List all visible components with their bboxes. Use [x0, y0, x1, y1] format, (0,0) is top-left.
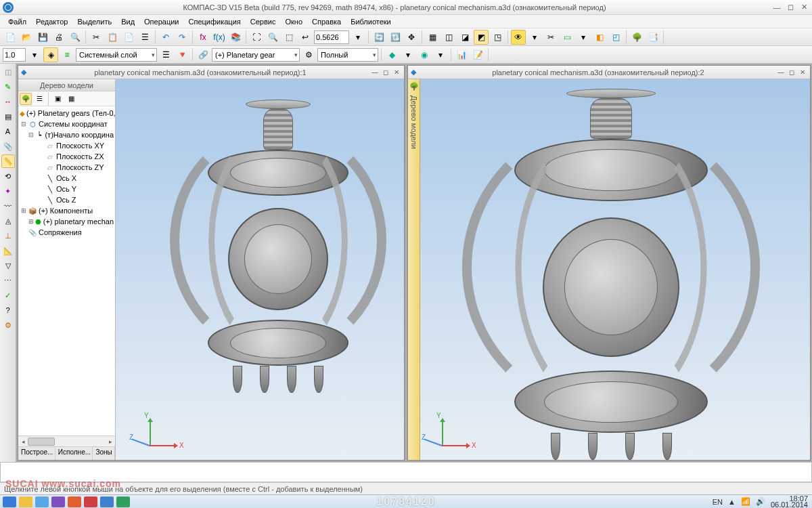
tree-axis-z[interactable]: ╲Ось Z [18, 194, 115, 205]
filter-icon[interactable]: ▽ [1, 259, 15, 272]
cut-icon[interactable]: ✂ [89, 30, 104, 45]
tree-components[interactable]: ⊞📦(+) Компоненты [18, 205, 115, 216]
lang-indicator[interactable]: EN [713, 498, 723, 506]
zoom-in-icon[interactable]: 🔍 [265, 30, 280, 45]
shaded-edges-icon[interactable]: ◩ [474, 30, 489, 45]
doc-minimize-icon[interactable]: — [370, 68, 380, 77]
tree-origin[interactable]: ⊟┕(т)Начало координа [18, 129, 115, 140]
menu-help[interactable]: Справка [308, 16, 345, 27]
texture-icon[interactable]: ▾ [401, 47, 415, 62]
preview-icon[interactable]: 🔍 [68, 30, 83, 45]
query-icon[interactable]: ? [1, 303, 15, 317]
tree-tab-list-icon[interactable]: ☰ [33, 93, 45, 105]
curve-icon[interactable]: 〰 [1, 199, 15, 213]
taskbar-app-icon[interactable] [84, 496, 97, 507]
tree-tab-zones[interactable]: Зоны [93, 447, 115, 460]
taskbar-app-icon[interactable] [51, 496, 65, 507]
minimize-button[interactable]: — [771, 3, 782, 12]
zoom-input[interactable] [314, 30, 349, 44]
print-icon[interactable]: 🖨 [51, 30, 66, 45]
tree-tab-structure-icon[interactable]: 🌳 [20, 93, 32, 105]
hatch-icon[interactable]: ▤ [1, 110, 15, 123]
doc-close-icon[interactable]: ✕ [798, 68, 807, 77]
display-select[interactable]: Полный [317, 48, 378, 62]
close-button[interactable]: ✕ [798, 3, 809, 12]
lib-icon[interactable]: 📚 [228, 30, 243, 45]
tray-clock[interactable]: 18:07 06.01.2014 [771, 496, 808, 508]
more-icon[interactable]: ⋯ [1, 274, 15, 287]
check-icon[interactable]: ✓ [1, 289, 15, 302]
text-icon[interactable]: A [1, 125, 15, 138]
copy-icon[interactable]: 📋 [105, 30, 120, 45]
taskbar-app-icon[interactable] [3, 496, 16, 507]
menu-file[interactable]: Файл [4, 16, 30, 27]
taskbar-app-icon[interactable] [35, 496, 49, 507]
doc-maximize-icon[interactable]: ◻ [381, 68, 390, 77]
tree-icon[interactable]: 🌳 [629, 30, 644, 45]
tree-plane-xy[interactable]: ▱Плоскость XY [18, 140, 115, 151]
undo-icon[interactable]: ↶ [158, 30, 173, 45]
tree-hscrollbar[interactable]: ◂ ▸ [18, 436, 115, 446]
constraint-icon[interactable]: ⊥ [1, 229, 15, 242]
zoom-window-icon[interactable]: ⬚ [281, 30, 296, 45]
view-drop[interactable]: ▾ [527, 30, 542, 45]
new-doc-icon[interactable]: 📄 [3, 30, 18, 45]
assembly-opt-icon[interactable]: ⚙ [301, 47, 316, 62]
redo-icon[interactable]: ↷ [175, 30, 189, 45]
scrollbar-thumb[interactable] [28, 438, 55, 446]
wireframe-icon[interactable]: ▦ [425, 30, 440, 45]
transform-icon[interactable]: ⟲ [1, 169, 15, 183]
menu-window[interactable]: Окно [281, 16, 307, 27]
rebuild-icon[interactable]: 🔄 [371, 30, 386, 45]
report-icon[interactable]: 📊 [454, 47, 469, 62]
tray-flag-icon[interactable]: ▲ [728, 498, 736, 506]
notes-icon[interactable]: 📝 [470, 47, 485, 62]
ruler-icon[interactable]: 📏 [1, 154, 15, 168]
simplify-drop[interactable]: ▾ [576, 30, 591, 45]
viewport-2[interactable]: 🌳 Дерево модели X [408, 79, 810, 460]
paste-icon[interactable]: 📄 [121, 30, 136, 45]
tree-plane-zx[interactable]: ▱Плоскость ZX [18, 151, 115, 162]
shaded-icon[interactable]: ◪ [457, 30, 472, 45]
zoom-prev-icon[interactable]: ↩ [298, 30, 313, 45]
menu-select[interactable]: Выделить [73, 16, 116, 27]
material-icon[interactable]: ◆ [384, 47, 399, 62]
taskbar-app-icon[interactable] [19, 496, 32, 507]
assembly-select[interactable]: (+) Planetary gear [212, 48, 300, 62]
layer-select[interactable]: Системный слой [76, 48, 157, 62]
tree-collapse-icon[interactable]: ▣ [51, 93, 64, 105]
layer-style-icon[interactable]: ≡ [60, 47, 74, 62]
menu-specification[interactable]: Спецификация [185, 16, 245, 27]
tree-coord-systems[interactable]: ⊟⬡Системы координат [18, 119, 115, 129]
rotate-icon[interactable]: 🔃 [388, 30, 403, 45]
orient-icon[interactable]: 👁 [511, 30, 526, 45]
properties-icon[interactable]: ☰ [137, 30, 152, 45]
surface-icon[interactable]: ◬ [1, 214, 15, 228]
menu-view[interactable]: Вид [117, 16, 139, 27]
point-icon[interactable]: ✦ [1, 184, 15, 198]
geom-icon[interactable]: ◫ [1, 65, 15, 79]
gear-icon[interactable]: ⚙ [1, 318, 15, 332]
render-drop[interactable]: ▾ [433, 47, 448, 62]
paperclip-icon[interactable]: 📎 [1, 140, 15, 153]
scale-drop-icon[interactable]: ▾ [27, 47, 42, 62]
tree-root[interactable]: ◆(+) Planetary gears (Тел-0, С [18, 108, 115, 119]
tree-mates[interactable]: 📎Сопряжения [18, 227, 115, 238]
pan-icon[interactable]: ✥ [404, 30, 419, 45]
layer-toggle-icon[interactable]: ◈ [43, 47, 58, 62]
save-icon[interactable]: 💾 [35, 30, 50, 45]
menu-service[interactable]: Сервис [246, 16, 280, 27]
doc-minimize-icon[interactable]: — [776, 68, 786, 77]
tree-tab-build[interactable]: Построе... [18, 447, 55, 460]
viewport-1[interactable]: X Y Z [116, 79, 404, 460]
zoom-drop-icon[interactable]: ▾ [351, 30, 365, 45]
section-icon[interactable]: ✂ [543, 30, 558, 45]
doc-maximize-icon[interactable]: ◻ [787, 68, 796, 77]
vars-icon[interactable]: fx [196, 30, 210, 45]
spec-icon[interactable]: 📑 [646, 30, 660, 45]
link-icon[interactable]: 🔗 [196, 47, 210, 62]
color-icon[interactable]: ◧ [592, 30, 607, 45]
layer-scale-input[interactable] [3, 48, 26, 62]
tree-filter-icon[interactable]: ▦ [65, 93, 77, 105]
tree-axis-y[interactable]: ╲Ось Y [18, 184, 115, 194]
